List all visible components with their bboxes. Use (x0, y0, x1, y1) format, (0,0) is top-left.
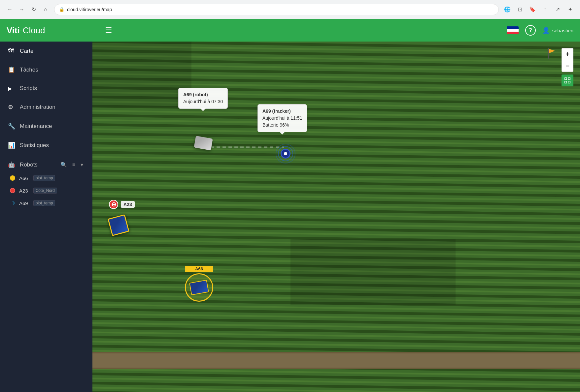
map-canvas (92, 42, 580, 392)
zoom-controls: + − (562, 48, 573, 72)
robot-marker-a69[interactable] (195, 137, 212, 149)
tooltip-a69-tracker: A69 (tracker) Aujourd'hui à 11:51 Batter… (257, 104, 307, 132)
tooltip-a69-robot: A69 (robot) Aujourd'hui à 07:30 (178, 88, 228, 109)
sidebar-item-taches[interactable]: 📋 Tâches (0, 60, 92, 79)
zoom-in-button[interactable]: + (562, 48, 573, 60)
browser-nav-buttons: ← → ↻ ⌂ (5, 5, 50, 14)
user-area[interactable]: 👤 sebastien (542, 27, 573, 34)
a23-robot-body (108, 214, 129, 236)
carte-icon: 🗺 (8, 47, 15, 54)
user-icon: 👤 (542, 27, 550, 34)
svg-rect-3 (568, 78, 570, 80)
map-area[interactable]: + − A69 (robot) Aujourd'hui à 07:30 A69 (92, 42, 580, 392)
app-wrapper: Viti-Cloud ☰ ? 👤 sebastien 🗺 Carte (0, 19, 580, 392)
svg-rect-0 (548, 48, 549, 59)
svg-rect-5 (568, 81, 570, 83)
robot-list-item-a66[interactable]: A66 plot_temp (0, 172, 92, 184)
back-button[interactable]: ← (5, 5, 15, 14)
username: sebastien (552, 28, 573, 33)
logo-viti: Viti (7, 25, 20, 35)
statistiques-icon: 📊 (8, 142, 15, 149)
extension-icon-6[interactable]: ✦ (565, 5, 575, 14)
svg-rect-2 (565, 78, 567, 80)
top-navbar: Viti-Cloud ☰ ? 👤 sebastien (0, 19, 580, 42)
sidebar-label-maintenance: Maintenance (20, 123, 52, 130)
extension-icon-2[interactable]: ⊡ (515, 5, 525, 14)
robot-status-dot-a66 (10, 175, 15, 181)
robots-expand-button[interactable]: ▾ (79, 161, 85, 168)
robots-sort-button[interactable]: ≡ (71, 161, 77, 168)
sidebar-item-scripts[interactable]: ▶ Scripts (0, 79, 92, 98)
map-select-button[interactable] (562, 75, 573, 86)
robot-marker-a66[interactable]: A66 (185, 266, 213, 302)
sidebar-item-administration[interactable]: ⚙ Administration (0, 98, 92, 117)
robots-search-button[interactable]: 🔍 (59, 161, 68, 168)
svg-rect-4 (565, 81, 567, 83)
sidebar-label-scripts: Scripts (20, 85, 37, 92)
main-content: 🗺 Carte 📋 Tâches ▶ Scripts ⚙ Administrat… (0, 42, 580, 392)
flag-red (507, 32, 519, 34)
tooltip-a69-tracker-time: Aujourd'hui à 11:51 (262, 115, 302, 122)
robot-body-a23[interactable] (110, 216, 127, 234)
tooltip-a69-robot-time: Aujourd'hui à 07:30 (183, 98, 223, 105)
forward-button[interactable]: → (17, 5, 26, 14)
sidebar: 🗺 Carte 📋 Tâches ▶ Scripts ⚙ Administrat… (0, 42, 92, 392)
scripts-icon: ▶ (8, 85, 15, 92)
flag-white (507, 29, 519, 32)
dashed-line (205, 144, 284, 144)
robot-body-a69 (194, 136, 213, 150)
tracker-marker-a69[interactable] (276, 144, 295, 164)
zoom-out-button[interactable]: − (562, 60, 573, 72)
robot-tag-a66: plot_temp (33, 175, 55, 181)
help-button[interactable]: ? (525, 25, 536, 36)
administration-icon: ⚙ (8, 104, 15, 111)
sidebar-item-maintenance[interactable]: 🔧 Maintenance (0, 117, 92, 136)
lock-icon: 🔒 (59, 7, 64, 12)
url-text: cloud.vitirover.eu/map (67, 7, 112, 12)
a66-label: A66 (185, 266, 213, 272)
tracker-pin-circle (281, 149, 290, 159)
sidebar-label-carte: Carte (20, 48, 34, 54)
robot-id-a69: A69 (19, 200, 28, 206)
language-flag[interactable] (507, 26, 519, 34)
robot-tag-a23: Cote_Nord (33, 188, 57, 194)
tooltip-a69-tracker-title: A69 (tracker) (262, 108, 302, 115)
robot-list-item-a23[interactable]: A23 Cote_Nord (0, 184, 92, 197)
a66-circle (185, 273, 213, 302)
robot-list-item-a69[interactable]: ☽ A69 plot_temp (0, 197, 92, 209)
extension-icon-4[interactable]: ↑ (540, 5, 550, 14)
sidebar-label-administration: Administration (20, 104, 55, 110)
flag-blue (507, 26, 519, 29)
robots-section-header[interactable]: 🤖 Robots 🔍 ≡ ▾ (0, 155, 92, 172)
robot-status-dot-a69: ☽ (10, 200, 15, 206)
flag-marker (547, 48, 556, 60)
logo: Viti-Cloud (7, 25, 45, 36)
a23-label: A23 (121, 201, 135, 208)
extension-icon-1[interactable]: 🌐 (503, 5, 512, 14)
robot-tag-a69: plot_temp (33, 200, 55, 206)
home-button[interactable]: ⌂ (41, 5, 50, 14)
robots-icon: 🤖 (8, 161, 15, 168)
robots-section-label: Robots (20, 162, 38, 168)
reload-button[interactable]: ↻ (29, 5, 38, 14)
taches-icon: 📋 (8, 66, 15, 73)
navbar-center: ☰ (99, 24, 507, 36)
browser-right-icons: 🌐 ⊡ 🔖 ↑ ↗ ✦ (503, 5, 575, 14)
hamburger-button[interactable]: ☰ (102, 24, 115, 36)
address-bar[interactable]: 🔒 cloud.vitirover.eu/map (54, 4, 499, 15)
logo-cloud: -Cloud (20, 25, 45, 35)
robot-marker-a23[interactable]: ⊖ A23 (109, 200, 135, 209)
robot-id-a23: A23 (19, 188, 28, 194)
sidebar-label-statistiques: Statistiques (20, 142, 49, 149)
a23-stop-icon: ⊖ (109, 200, 118, 209)
navbar-right: ? 👤 sebastien (507, 25, 573, 36)
extension-icon-3[interactable]: 🔖 (528, 5, 537, 14)
maintenance-icon: 🔧 (8, 123, 15, 130)
robot-status-dot-a23 (10, 188, 15, 193)
sidebar-label-taches: Tâches (20, 67, 38, 73)
sidebar-item-carte[interactable]: 🗺 Carte (0, 42, 92, 60)
extension-icon-5[interactable]: ↗ (553, 5, 562, 14)
robot-id-a66: A66 (19, 175, 28, 181)
sidebar-item-statistiques[interactable]: 📊 Statistiques (0, 136, 92, 155)
logo-area: Viti-Cloud (7, 25, 99, 36)
